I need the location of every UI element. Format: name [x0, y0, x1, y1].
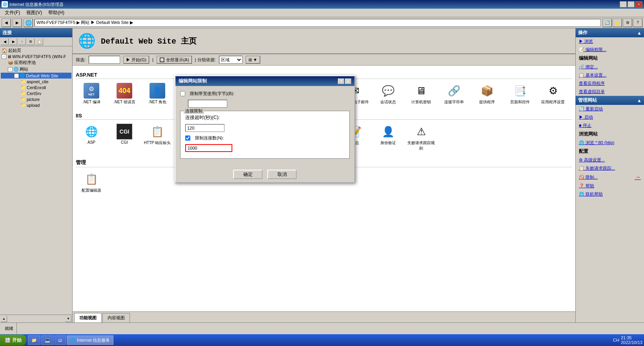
scroll-down[interactable]: ▼ [65, 316, 71, 322]
modal-controls: ? × [338, 79, 351, 84]
taskbar-item-iis[interactable]: 🌐 Internet 信息服务 [67, 335, 113, 345]
maximize-button[interactable]: □ [628, 1, 635, 7]
pages-label: 页面和控件 [510, 99, 530, 105]
manage-title: 管理网站 ▲ [576, 96, 644, 105]
icon-net-compile[interactable]: ⚙ NET .NET 编译 [76, 81, 107, 106]
icon-pages[interactable]: 📑 页面和控件 [504, 81, 536, 106]
action-browse-http[interactable]: 🌐 浏览 *:80 (http) [576, 139, 644, 147]
bandwidth-checkbox[interactable] [180, 91, 185, 96]
tree-sites[interactable]: - 🌐 网站 [1, 66, 71, 73]
taskbar-item-2[interactable]: 🗂 [55, 335, 66, 345]
icon-machinekey[interactable]: 🖥 计算机密钥 [405, 81, 437, 106]
tree-aspnet[interactable]: 📁 aspnet_clie [1, 79, 71, 84]
limit-checkbox[interactable] [185, 135, 190, 141]
action-failed-tracking[interactable]: 📋 失败请求跟踪... [576, 164, 644, 172]
clock: 21:35 2022/10/13 [621, 335, 642, 345]
tree-default-website[interactable]: - 🌐 Default Web Site [1, 73, 71, 79]
cancel-button[interactable]: 取消 [267, 170, 297, 179]
tree-home[interactable]: 🏠 起始页 [1, 47, 71, 54]
tab-feature-view[interactable]: 功能视图 [74, 313, 102, 322]
date-display: 2022/10/13 [621, 340, 642, 345]
modal-close-button[interactable]: × [345, 79, 351, 84]
icon-connstr[interactable]: 🔗 连接字符串 [438, 81, 470, 106]
tree-certenroll[interactable]: 📁 CertEnroll [1, 84, 71, 90]
icon-asp[interactable]: 🌐 ASP [76, 122, 107, 153]
right-section-config: 配置 ⚙ 高级设置... 📋 失败请求跟踪... 🚫 限制... → [576, 147, 644, 182]
timeout-input[interactable] [185, 124, 224, 132]
right-section-help: ❓ 帮助 🌐 联机帮助 [576, 182, 644, 198]
tree-apppools[interactable]: 📦 应用程序池 [1, 59, 71, 66]
start-button[interactable]: 🪟 开始 [0, 335, 26, 346]
tree-upload[interactable]: 📁 upload [1, 102, 71, 108]
action-bind[interactable]: 🔗 绑定... [576, 63, 644, 71]
minimize-button[interactable]: _ [620, 1, 627, 7]
tree-certsrv[interactable]: 📁 CertSrv [1, 90, 71, 96]
website-expand[interactable]: - [14, 73, 19, 78]
icon-http-headers[interactable]: 📋 HTTP 响应标头 [142, 122, 173, 153]
forward-button[interactable]: ▶ [13, 18, 22, 27]
refresh-icon[interactable]: 🔄 [602, 18, 612, 27]
action-browse[interactable]: ▶ 浏览 [576, 37, 644, 46]
icon-session[interactable]: 💬 会话状态 [372, 81, 404, 106]
menu-file[interactable]: 文件(F) [2, 9, 23, 17]
picture-icon: 📁 [20, 97, 26, 102]
action-online-help[interactable]: 🌐 联机帮助 [576, 190, 644, 198]
action-advanced-settings[interactable]: ⚙ 高级设置... [576, 156, 644, 164]
ok-button[interactable]: 确定 [233, 170, 263, 179]
connection-section: 连接限制 连接超时(秒)(C): 限制连接数(N): [180, 111, 350, 159]
icon-config-editor[interactable]: 📋 配置编辑器 [76, 170, 107, 195]
icon-net-role[interactable]: 👤 .NET 角色 [142, 81, 173, 106]
modal-help-button[interactable]: ? [338, 79, 344, 84]
toolbar-forward[interactable]: ▶ [9, 38, 17, 45]
close-button[interactable]: × [635, 1, 642, 7]
toolbar-copy[interactable]: 📋 [35, 38, 43, 45]
toolbar-up[interactable]: ↑ [18, 38, 26, 45]
action-restart[interactable]: 🔄 重新启动 [576, 105, 644, 113]
taskbar-item-0[interactable]: 📁 [28, 335, 40, 345]
menu-help[interactable]: 帮助(H) [45, 9, 68, 17]
bandwidth-input[interactable] [188, 100, 227, 108]
action-view-vdirs[interactable]: 查看虚拟目录 [576, 88, 644, 96]
star-icon[interactable]: ⭐ [613, 18, 622, 27]
action-limit[interactable]: 🚫 限制... → [576, 172, 644, 182]
config-editor-label: 配置编辑器 [82, 188, 101, 193]
icon-failed-request[interactable]: ⚠ 失败请求跟踪规则 [405, 122, 437, 153]
toolbar-back[interactable]: ◀ [1, 38, 9, 45]
taskbar-item-1[interactable]: 💻 [41, 335, 54, 345]
address-input[interactable] [35, 19, 601, 27]
icon-cgi[interactable]: CGI CGI [109, 122, 140, 153]
limit-input[interactable] [185, 144, 232, 152]
group-select[interactable]: 区域 [219, 56, 243, 64]
action-basic-settings[interactable]: 📋 基本设置... [576, 71, 644, 79]
action-edit-perm[interactable]: 📝 编辑权限... [576, 46, 644, 54]
icon-appsettings[interactable]: ⚙ 应用程序设置 [537, 81, 569, 106]
tab-content-view[interactable]: 内容视图 [102, 313, 130, 322]
action-start[interactable]: ▶ 启动 [576, 113, 644, 121]
upload-icon: 📁 [20, 103, 26, 108]
tree-picture[interactable]: 📁 picture [1, 96, 71, 102]
icon-auth[interactable]: 👤 身份验证 [372, 122, 404, 153]
filter-start-button[interactable]: ▶ 开始(G) [123, 56, 149, 64]
action-help[interactable]: ❓ 帮助 [576, 182, 644, 190]
action-view-apps[interactable]: 查看应用程序 [576, 79, 644, 88]
show-all-button[interactable]: 🔲 全部显示(A) [157, 56, 192, 64]
tools-icon[interactable]: ⚙ [623, 18, 632, 27]
bandwidth-row: 限制带宽使用(字节)(B): [180, 91, 350, 97]
toolbar-settings[interactable]: ⚙ [27, 38, 35, 45]
sites-expand[interactable]: - [8, 67, 13, 72]
scroll-up[interactable]: ▲ [1, 316, 7, 322]
back-button[interactable]: ◀ [2, 18, 11, 27]
icon-provider[interactable]: 📦 提供程序 [471, 81, 503, 106]
server-expand[interactable]: - [2, 54, 6, 59]
icon-net-error[interactable]: 404 .NET 错误页 [109, 81, 140, 106]
view-button[interactable]: ⊞ ▼ [246, 56, 260, 64]
menu-view[interactable]: 视图(V) [23, 9, 45, 17]
help-icon[interactable]: ? [633, 18, 642, 27]
auth-icon: 👤 [380, 124, 396, 139]
filter-input[interactable] [89, 56, 120, 64]
filter-label: 筛选: [76, 57, 86, 63]
bandwidth-label: 限制带宽使用(字节)(B): [190, 91, 234, 97]
action-stop[interactable]: ■ 停止 [576, 121, 644, 130]
tree-server[interactable]: - 🖥 WIN-FVEF7SF4TF5 (WIN-F [1, 54, 71, 59]
session-label: 会话状态 [380, 99, 396, 105]
